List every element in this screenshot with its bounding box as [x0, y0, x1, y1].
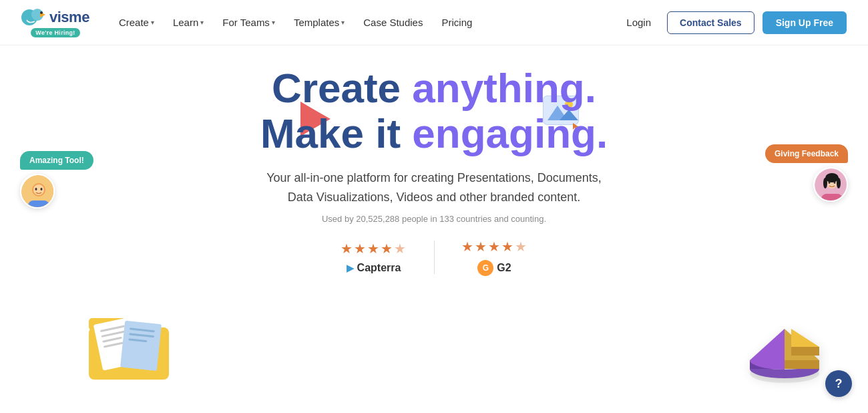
hero-word-make: Make	[260, 110, 375, 156]
g2-rating: ★★★★★ G G2	[435, 239, 555, 276]
hero-word-engaging: engaging.	[412, 110, 608, 156]
nav-item-case-studies[interactable]: Case Studies	[355, 13, 431, 32]
nav-item-learn[interactable]: Learn ▾	[165, 13, 212, 32]
hero-word-anything: anything.	[412, 65, 596, 111]
capterra-rating: ★★★★★ ▶ Capterra	[314, 241, 435, 274]
chevron-down-icon: ▾	[341, 19, 345, 26]
logo-icon	[21, 8, 45, 27]
login-button[interactable]: Login	[618, 13, 659, 32]
folder-illustration	[85, 309, 179, 385]
logo-text: visme	[49, 9, 89, 26]
nav-item-templates[interactable]: Templates ▾	[286, 13, 353, 32]
hero-title: Create anything. Make it engaging.	[260, 65, 608, 156]
signup-button[interactable]: Sign Up Free	[763, 11, 847, 34]
g2-icon: G	[477, 260, 493, 276]
svg-rect-35	[120, 321, 162, 371]
g2-stars: ★★★★★	[461, 239, 528, 255]
navbar: visme We're Hiring! Create ▾ Learn ▾ For…	[0, 0, 868, 45]
capterra-logo: ▶ Capterra	[347, 262, 401, 274]
chevron-down-icon: ▾	[200, 19, 204, 26]
logo[interactable]: visme We're Hiring!	[21, 8, 89, 37]
nav-item-create[interactable]: Create ▾	[111, 13, 162, 32]
chevron-down-icon: ▾	[151, 19, 154, 26]
capterra-stars: ★★★★★	[341, 241, 407, 257]
contact-sales-button[interactable]: Contact Sales	[667, 11, 754, 34]
nav-item-pricing[interactable]: Pricing	[433, 13, 480, 32]
help-button[interactable]: ?	[825, 370, 852, 397]
hero-word-create: Create	[272, 65, 412, 111]
hero-word-it: it	[375, 110, 412, 156]
svg-point-3	[40, 11, 43, 14]
hero-users-count: Used by 20,525,288 people in 133 countri…	[322, 214, 546, 224]
g2-logo: G G2	[477, 260, 511, 276]
nav-item-for-teams[interactable]: For Teams ▾	[214, 13, 283, 32]
nav-links: Create ▾ Learn ▾ For Teams ▾ Templates ▾…	[111, 13, 618, 32]
hero-subtitle: Your all-in-one platform for creating Pr…	[254, 168, 614, 207]
pie-chart-illustration	[741, 310, 828, 393]
ratings-section: ★★★★★ ▶ Capterra ★★★★★ G G2	[314, 239, 555, 276]
hiring-badge: We're Hiring!	[31, 28, 79, 37]
hero-section: Create anything. Make it engaging. Your …	[0, 45, 868, 276]
chevron-down-icon: ▾	[272, 19, 275, 26]
nav-right: Login Contact Sales Sign Up Free	[618, 11, 847, 34]
